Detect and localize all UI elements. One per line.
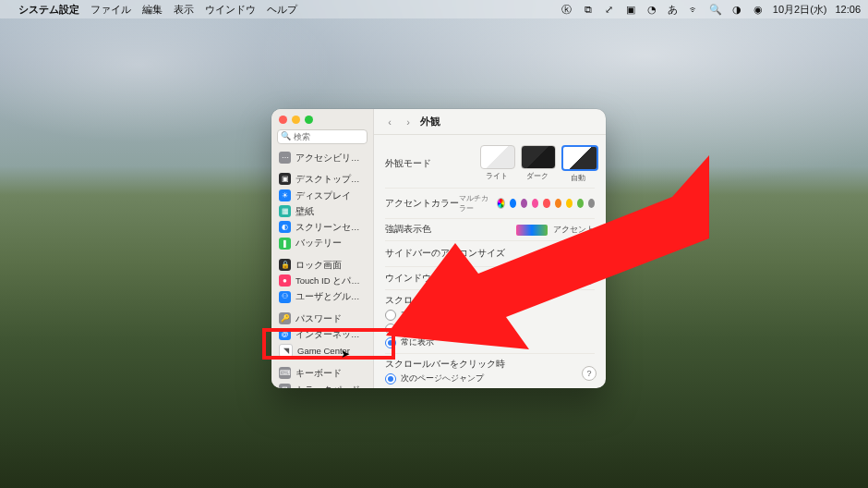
status-icon[interactable]: ⓚ — [561, 3, 573, 16]
label-scrollbar-show: スクロールバーを表示 — [385, 295, 477, 307]
radio-option[interactable]: スクロール時に表示 — [385, 323, 595, 335]
row-scrollbar-show: スクロールバーを表示 マウスに基づいて表示スクロール時に表示常に表示 — [385, 290, 595, 354]
traffic-lights — [271, 109, 373, 128]
status-screenshot-icon[interactable]: ▣ — [624, 3, 637, 16]
sidebar-item-icon: ☀ — [279, 189, 291, 201]
menu-edit[interactable]: 編集 — [142, 3, 163, 17]
zoom-button[interactable] — [305, 116, 313, 124]
sidebar-item[interactable]: ◥Game Center — [271, 342, 373, 360]
sidebar-item-icon: ⋯ — [279, 152, 291, 164]
sidebar: 🔍 ⋯アクセシビリティ▣デスクトップとDock☀ディスプレイ▦壁紙◐スクリーンセ… — [271, 109, 374, 388]
sidebar-item[interactable]: ⚇ユーザとグループ — [271, 288, 373, 304]
status-expand-icon[interactable]: ⤢ — [603, 3, 616, 16]
accent-grey[interactable] — [588, 199, 595, 208]
sidebar-item-icon: @ — [279, 328, 291, 340]
sidebar-icon-size-select[interactable]: 中 ⌄ — [566, 246, 595, 262]
accent-yellow[interactable] — [566, 199, 573, 208]
sidebar-item-icon: ◥ — [279, 344, 293, 358]
menu-view[interactable]: 表示 — [174, 3, 194, 17]
accent-swatches: マルチカラー — [459, 193, 595, 214]
minimize-button[interactable] — [292, 116, 300, 124]
radio-option[interactable]: マウスに基づいて表示 — [385, 309, 595, 321]
status-ime-icon[interactable]: あ — [667, 3, 680, 16]
sidebar-item[interactable]: 🔒ロック画面 — [271, 257, 373, 273]
radio-dot — [385, 373, 396, 384]
sidebar-item-icon: ⚇ — [279, 291, 291, 303]
sidebar-item[interactable]: ⋯アクセシビリティ — [271, 150, 373, 165]
status-icon[interactable]: ⧉ — [582, 3, 595, 16]
sidebar-item-label: アクセシビリティ — [295, 152, 368, 164]
status-search-icon[interactable]: 🔍 — [709, 3, 722, 16]
menubar-date[interactable]: 10月2日(水) — [773, 3, 827, 17]
appearance-option-light[interactable]: ライト — [480, 145, 513, 183]
sidebar-item-icon: ▦ — [279, 205, 291, 217]
sidebar-item-icon: ⊟ — [279, 384, 291, 388]
sidebar-item[interactable]: ▣デスクトップとDock — [271, 171, 373, 187]
sidebar-item-icon: ▣ — [279, 173, 291, 185]
accent-blue[interactable] — [510, 199, 516, 208]
help-button[interactable]: ? — [582, 366, 597, 381]
accent-multicolor-label: マルチカラー — [459, 193, 490, 214]
sidebar-item[interactable]: ❚バッテリー — [271, 235, 373, 250]
status-user-icon[interactable]: ◔ — [645, 3, 658, 16]
sidebar-item-label: デスクトップとDock — [295, 173, 368, 185]
highlight-swatch — [516, 225, 548, 236]
accent-purple[interactable] — [521, 199, 527, 208]
radio-dot — [385, 337, 396, 348]
accent-red[interactable] — [543, 199, 549, 208]
sidebar-list: ⋯アクセシビリティ▣デスクトップとDock☀ディスプレイ▦壁紙◐スクリーンセーバ… — [271, 148, 373, 388]
status-siri-icon[interactable]: ◉ — [752, 3, 765, 16]
menu-window[interactable]: ウインドウ — [205, 3, 256, 17]
label-accent-color: アクセントカラー — [385, 198, 459, 210]
radio-label: マウスに基づいて表示 — [401, 309, 484, 321]
sidebar-item-label: インターネットアカウント — [295, 328, 368, 340]
page-title: 外観 — [420, 115, 440, 128]
label-wallpaper-tint: ウインドウで壁紙の色合い調整を許可 — [385, 273, 573, 285]
sidebar-item-label: トラックパッド — [295, 384, 368, 388]
accent-green[interactable] — [577, 199, 584, 208]
app-name[interactable]: システム設定 — [18, 3, 79, 17]
menubar-time[interactable]: 12:06 — [835, 4, 861, 15]
radio-dot — [385, 310, 396, 321]
sidebar-item-icon: ❚ — [279, 238, 291, 250]
content-pane: ‹ › 外観 外観モード ライト ダーク 自動 — [374, 109, 606, 388]
wallpaper-tint-toggle[interactable] — [573, 272, 595, 285]
radio-option[interactable]: 常に表示 — [385, 336, 595, 348]
appearance-option-dark[interactable]: ダーク — [521, 145, 554, 183]
sidebar-item-label: ディスプレイ — [295, 189, 368, 201]
radio-label: スクロール時に表示 — [401, 323, 476, 335]
accent-orange[interactable] — [555, 199, 561, 208]
sidebar-item-label: Game Center — [297, 345, 368, 357]
label-sidebar-icon-size: サイドバーのアイコンサイズ — [385, 248, 505, 260]
row-accent-color: アクセントカラー マルチカラー — [385, 189, 595, 219]
status-wifi-icon[interactable]: ᯤ — [688, 3, 701, 16]
sidebar-item[interactable]: @インターネットアカウント — [271, 326, 373, 342]
label-highlight-color: 強調表示色 — [385, 224, 459, 236]
radio-option[interactable]: 次のページへジャンプ — [385, 372, 595, 384]
appearance-thumbs: ライト ダーク 自動 — [480, 145, 595, 183]
sidebar-item-icon: ● — [279, 274, 291, 287]
menu-file[interactable]: ファイル — [90, 3, 131, 17]
nav-forward-button[interactable]: › — [402, 116, 415, 128]
accent-pink[interactable] — [532, 199, 538, 208]
menu-help[interactable]: ヘルプ — [267, 3, 297, 17]
sidebar-item[interactable]: ▦壁紙 — [271, 203, 373, 219]
row-appearance-mode: 外観モード ライト ダーク 自動 — [385, 140, 595, 189]
sidebar-item[interactable]: 🔑パスワード — [271, 311, 373, 326]
highlight-value: アクセント — [553, 225, 595, 236]
sidebar-item[interactable]: ◐スクリーンセーバ — [271, 219, 373, 235]
sidebar-item-label: ロック画面 — [295, 259, 368, 271]
sidebar-item-label: パスワード — [295, 312, 368, 324]
nav-back-button[interactable]: ‹ — [383, 116, 396, 128]
search-field[interactable]: 🔍 — [277, 129, 368, 144]
radio-label: 常に表示 — [401, 336, 434, 348]
appearance-option-auto[interactable]: 自動 — [561, 145, 595, 183]
sidebar-item[interactable]: ●Touch ID とパスワード — [271, 273, 373, 288]
status-control-center-icon[interactable]: ◑ — [730, 3, 743, 16]
sidebar-item[interactable]: ⊟トラックパッド — [271, 382, 373, 388]
close-button[interactable] — [279, 116, 287, 124]
sidebar-item[interactable]: ☀ディスプレイ — [271, 188, 373, 203]
accent-multicolor[interactable] — [497, 198, 505, 209]
sidebar-item[interactable]: ⌨キーボード — [271, 365, 373, 381]
titlebar: ‹ › 外観 — [374, 109, 606, 135]
